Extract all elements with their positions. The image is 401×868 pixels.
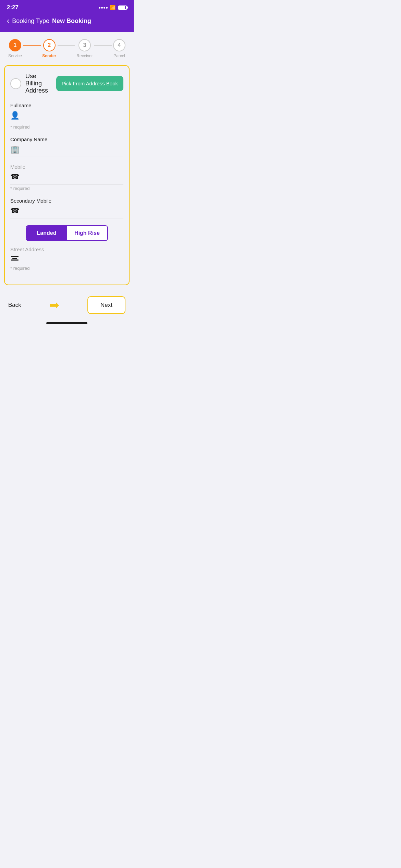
- fullname-required: * required: [10, 124, 123, 130]
- mobile-input[interactable]: [23, 174, 123, 180]
- step-2-label: Sender: [42, 53, 56, 58]
- fullname-input[interactable]: [23, 112, 123, 119]
- mobile-input-row: ☎: [10, 172, 123, 184]
- company-name-input[interactable]: [23, 146, 123, 153]
- road-icon: [10, 256, 19, 261]
- building-icon: 🏢: [10, 145, 19, 154]
- home-indicator: [0, 320, 134, 325]
- company-name-input-row: 🏢: [10, 145, 123, 157]
- status-bar: 2:27 📶: [0, 0, 134, 14]
- step-1-circle: 1: [9, 39, 21, 51]
- header: ‹ Booking Type New Booking: [0, 14, 134, 32]
- step-4-label: Parcel: [113, 53, 125, 58]
- back-nav-arrow[interactable]: ‹: [7, 16, 9, 25]
- pick-from-address-book-button[interactable]: Pick From Address Book: [56, 76, 123, 91]
- stepper: 1 Service 2 Sender 3 Receiver 4 Parcel: [0, 32, 134, 65]
- secondary-phone-icon: ☎: [10, 206, 19, 215]
- secondary-mobile-input-row: ☎: [10, 206, 123, 218]
- step-3-circle: 3: [78, 39, 91, 51]
- battery-icon: [118, 5, 127, 10]
- mobile-required: * required: [10, 186, 123, 191]
- fullname-label: Fullname: [10, 103, 123, 108]
- signal-icon: [99, 7, 108, 9]
- step-line-1-2: [23, 45, 41, 46]
- home-bar: [46, 322, 87, 324]
- bottom-nav: Back ➡ Next: [0, 291, 134, 320]
- street-address-required: * required: [10, 266, 123, 271]
- fullname-input-row: 👤: [10, 111, 123, 123]
- wifi-icon: 📶: [110, 5, 116, 10]
- next-arrow-icon: ➡: [49, 298, 59, 312]
- step-4-circle: 4: [113, 39, 125, 51]
- high-rise-button[interactable]: High Rise: [67, 226, 107, 240]
- step-line-3-4: [94, 45, 112, 46]
- new-booking-label: New Booking: [52, 17, 91, 25]
- next-button[interactable]: Next: [87, 296, 125, 314]
- billing-address-row: Use Billing Address Pick From Address Bo…: [10, 73, 123, 94]
- street-address-field-group: Street Address * required: [10, 246, 123, 271]
- street-address-input-row: [10, 255, 123, 264]
- person-icon: 👤: [10, 111, 19, 120]
- booking-type-label: Booking Type: [12, 17, 49, 25]
- step-3-label: Receiver: [76, 53, 93, 58]
- step-2: 2 Sender: [42, 39, 56, 58]
- status-icons: 📶: [99, 5, 127, 10]
- back-button[interactable]: Back: [8, 302, 21, 309]
- step-3: 3 Receiver: [76, 39, 93, 58]
- phone-icon: ☎: [10, 172, 19, 181]
- status-time: 2:27: [7, 4, 19, 11]
- street-address-input[interactable]: [23, 255, 123, 261]
- property-type-toggle: Landed High Rise: [26, 225, 108, 241]
- use-billing-radio[interactable]: [10, 78, 21, 89]
- form-card: Use Billing Address Pick From Address Bo…: [4, 65, 130, 285]
- step-1: 1 Service: [8, 39, 22, 58]
- step-1-label: Service: [8, 53, 22, 58]
- mobile-field-group: Mobile ☎ * required: [10, 164, 123, 191]
- secondary-mobile-input[interactable]: [23, 208, 123, 214]
- step-line-2-3: [58, 45, 75, 46]
- fullname-field-group: Fullname 👤 * required: [10, 103, 123, 130]
- company-name-label: Company Name: [10, 136, 123, 142]
- street-address-label: Street Address: [10, 246, 123, 252]
- secondary-mobile-field-group: Secondary Mobile ☎: [10, 198, 123, 218]
- step-4: 4 Parcel: [113, 39, 125, 58]
- company-name-field-group: Company Name 🏢: [10, 136, 123, 157]
- step-2-circle: 2: [43, 39, 56, 51]
- landed-button[interactable]: Landed: [26, 226, 67, 240]
- use-billing-label: Use Billing Address: [25, 73, 52, 94]
- mobile-label: Mobile: [10, 164, 123, 170]
- secondary-mobile-label: Secondary Mobile: [10, 198, 123, 204]
